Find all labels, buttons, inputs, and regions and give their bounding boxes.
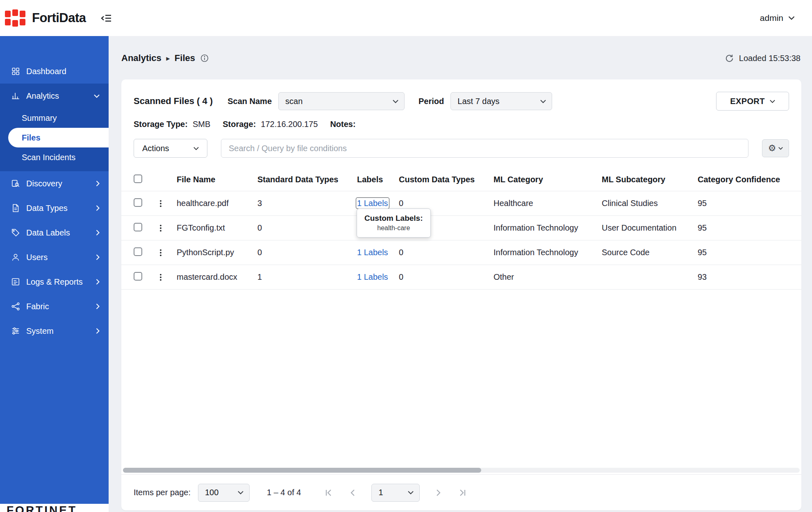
export-button[interactable]: EXPORT bbox=[716, 92, 789, 111]
sidebar-item-label: Users bbox=[26, 253, 48, 262]
cell-custom-data-types: 0 bbox=[399, 248, 494, 257]
horizontal-scrollbar-thumb[interactable] bbox=[123, 468, 481, 473]
sidebar-item-data-types[interactable]: Data Types bbox=[0, 196, 109, 220]
discovery-icon bbox=[10, 179, 21, 188]
cell-custom-data-types: 0 bbox=[399, 272, 494, 282]
horizontal-scrollbar bbox=[123, 468, 800, 473]
pagination-range: 1 – 4 of 4 bbox=[267, 488, 301, 497]
next-page-icon[interactable] bbox=[432, 487, 444, 499]
sidebar-item-label: Analytics bbox=[26, 91, 59, 101]
row-menu-icon[interactable] bbox=[156, 224, 165, 233]
breadcrumb: Analytics ▸ Files bbox=[121, 53, 209, 63]
chevron-down-icon bbox=[788, 16, 795, 20]
cell-category-confidence: 93 bbox=[698, 272, 792, 282]
chevron-down-icon bbox=[238, 491, 243, 494]
cell-ml-category: Information Technology bbox=[494, 223, 602, 233]
labels-link[interactable]: 1 Labels bbox=[357, 272, 388, 281]
sidebar-item-summary[interactable]: Summary bbox=[0, 108, 109, 128]
sidebar-item-logs-reports[interactable]: Logs & Reports bbox=[0, 270, 109, 294]
sidebar-collapse-icon[interactable] bbox=[101, 14, 112, 23]
cell-file-name: FGTconfig.txt bbox=[177, 223, 257, 233]
fabric-icon bbox=[10, 301, 21, 311]
scanned-files-table: File Name Standard Data Types Labels Cus… bbox=[121, 168, 801, 290]
tooltip-value: health-care bbox=[364, 224, 423, 232]
sidebar-item-files[interactable]: Files bbox=[8, 128, 109, 147]
row-menu-icon[interactable] bbox=[156, 248, 165, 257]
user-menu[interactable]: admin bbox=[760, 13, 795, 23]
user-name: admin bbox=[760, 13, 783, 23]
chevron-right-icon bbox=[96, 279, 100, 285]
row-checkbox[interactable] bbox=[134, 223, 142, 231]
scan-name-label: Scan Name bbox=[227, 97, 272, 106]
cell-file-name: PythonScript.py bbox=[177, 248, 257, 257]
info-icon[interactable] bbox=[200, 54, 209, 63]
dashboard-icon bbox=[10, 66, 21, 76]
period-select[interactable]: Last 7 days bbox=[450, 92, 552, 110]
col-standard-data-types: Standard Data Types bbox=[257, 175, 357, 184]
row-menu-icon[interactable] bbox=[156, 273, 165, 282]
storage-type-value: SMB bbox=[193, 120, 210, 129]
notes-label: Notes: bbox=[330, 120, 355, 129]
row-checkbox[interactable] bbox=[134, 247, 142, 256]
loaded-text: Loaded 15:53:38 bbox=[739, 54, 801, 63]
data-labels-icon bbox=[10, 228, 21, 238]
breadcrumb-page: Files bbox=[175, 53, 195, 63]
cell-file-name: healthcare.pdf bbox=[177, 199, 257, 208]
refresh-icon[interactable] bbox=[725, 54, 734, 63]
scan-meta: Storage Type: SMB Storage: 172.16.200.17… bbox=[121, 111, 801, 129]
sidebar: Dashboard Analytics Summary Files Scan I… bbox=[0, 36, 109, 512]
scan-name-select[interactable]: scan bbox=[278, 92, 405, 110]
cell-file-name: mastercard.docx bbox=[177, 272, 257, 282]
row-checkbox[interactable] bbox=[134, 198, 142, 207]
cell-standard-data-types: 1 bbox=[257, 272, 357, 282]
tooltip-title: Custom Labels: bbox=[364, 214, 423, 223]
sidebar-item-users[interactable]: Users bbox=[0, 245, 109, 270]
cell-standard-data-types: 3 bbox=[257, 199, 357, 208]
items-per-page-select[interactable]: 100 bbox=[198, 484, 250, 502]
cell-ml-category: Healthcare bbox=[494, 199, 602, 208]
export-label: EXPORT bbox=[730, 97, 765, 106]
sidebar-item-analytics[interactable]: Analytics bbox=[0, 84, 109, 108]
row-checkbox[interactable] bbox=[134, 272, 142, 281]
sidebar-item-label: Discovery bbox=[26, 179, 62, 188]
search-input[interactable] bbox=[221, 139, 748, 158]
actions-label: Actions bbox=[142, 144, 169, 153]
custom-labels-tooltip: Custom Labels: health-care bbox=[357, 208, 431, 238]
main-content: Analytics ▸ Files Loaded 15:53:38 Scanne… bbox=[109, 36, 812, 512]
chevron-down-icon bbox=[540, 100, 546, 103]
sidebar-item-label: Fabric bbox=[26, 302, 49, 311]
table-settings-button[interactable]: ⚙ bbox=[762, 139, 789, 157]
breadcrumb-section[interactable]: Analytics bbox=[121, 53, 161, 63]
sidebar-item-data-labels[interactable]: Data Labels bbox=[0, 220, 109, 245]
select-all-checkbox[interactable] bbox=[134, 174, 142, 183]
fortinet-wordmark: FORTINET bbox=[0, 504, 109, 512]
gear-icon: ⚙ bbox=[768, 144, 776, 153]
first-page-icon[interactable] bbox=[322, 487, 334, 499]
labels-link[interactable]: 1 Labels bbox=[357, 248, 388, 257]
sidebar-item-discovery[interactable]: Discovery bbox=[0, 171, 109, 196]
sidebar-item-scan-incidents[interactable]: Scan Incidents bbox=[0, 147, 109, 167]
fortinet-logo-icon bbox=[5, 11, 25, 25]
page-title: Scanned Files ( 4 ) bbox=[134, 96, 213, 106]
actions-button[interactable]: Actions bbox=[134, 139, 207, 158]
sidebar-item-system[interactable]: System bbox=[0, 319, 109, 343]
storage-type-label: Storage Type: bbox=[134, 120, 188, 129]
last-page-icon[interactable] bbox=[457, 487, 469, 499]
sidebar-item-label: Logs & Reports bbox=[26, 277, 83, 287]
labels-link[interactable]: 1 Labels bbox=[357, 199, 388, 208]
cell-ml-subcategory: Clinical Studies bbox=[602, 199, 698, 208]
sidebar-item-dashboard[interactable]: Dashboard bbox=[0, 59, 109, 84]
col-file-name: File Name bbox=[177, 175, 257, 184]
page-value: 1 bbox=[378, 488, 383, 497]
row-menu-icon[interactable] bbox=[156, 199, 165, 208]
sidebar-item-label: Data Labels bbox=[26, 228, 70, 238]
sidebar-item-label: Summary bbox=[22, 113, 57, 123]
table-row: mastercard.docx 1 1 Labels 0 Other 93 bbox=[121, 265, 801, 290]
sidebar-item-fabric[interactable]: Fabric bbox=[0, 294, 109, 319]
chevron-down-icon bbox=[778, 147, 783, 150]
page-select[interactable]: 1 bbox=[371, 484, 420, 502]
topbar: FortiData admin bbox=[0, 0, 812, 36]
previous-page-icon[interactable] bbox=[347, 487, 359, 499]
table-row: PythonScript.py 0 1 Labels 0 Information… bbox=[121, 240, 801, 265]
cell-ml-category: Other bbox=[494, 272, 602, 282]
